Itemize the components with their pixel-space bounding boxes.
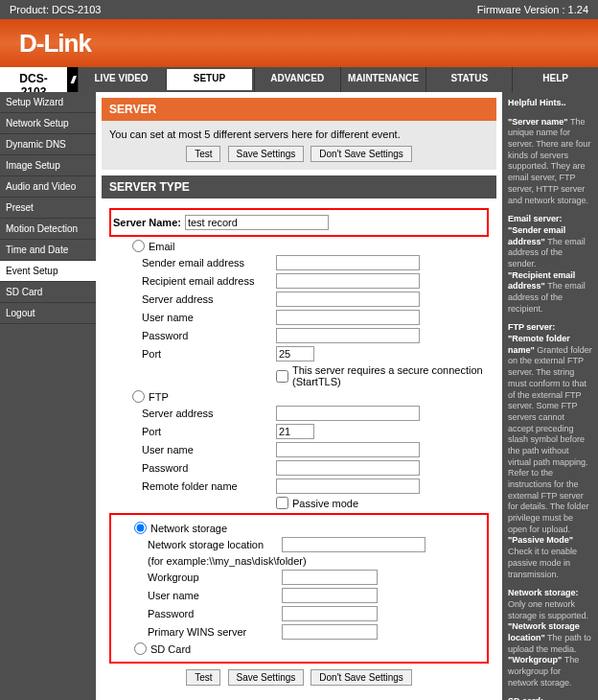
ns-location-input[interactable] bbox=[282, 537, 426, 552]
recipient-email-label: Recipient email address bbox=[142, 275, 276, 287]
ftp-folder-input[interactable] bbox=[276, 478, 420, 494]
dont-save-button-bottom[interactable]: Don't Save Settings bbox=[310, 669, 412, 686]
sd-card-radio[interactable] bbox=[134, 642, 147, 655]
ftp-port-input[interactable] bbox=[276, 424, 314, 439]
logo: D-Link bbox=[19, 29, 91, 58]
sidebar-sd-card[interactable]: SD Card bbox=[0, 282, 96, 303]
ftp-server-label: Server address bbox=[142, 408, 276, 419]
sidebar-setup-wizard[interactable]: Setup Wizard bbox=[0, 92, 96, 113]
product-tab: DCS-2103 bbox=[0, 67, 67, 92]
server-note-box: You can set at most 5 different servers … bbox=[102, 121, 496, 170]
server-type-form: Server Name: Email Sender email address … bbox=[102, 198, 496, 693]
nav-help[interactable]: HELP bbox=[512, 67, 598, 92]
recipient-email-input[interactable] bbox=[276, 273, 420, 289]
main-content: SERVER You can set at most 5 different s… bbox=[96, 92, 502, 700]
nav-maintenance[interactable]: MAINTENANCE bbox=[340, 67, 426, 92]
ftp-pass-label: Password bbox=[142, 462, 276, 474]
sidebar-logout[interactable]: Logout bbox=[0, 303, 96, 324]
network-storage-highlight: Network storage Network storage location… bbox=[109, 513, 489, 664]
ns-workgroup-input[interactable] bbox=[282, 570, 378, 585]
save-button-bottom[interactable]: Save Settings bbox=[228, 669, 305, 686]
email-server-label: Server address bbox=[142, 293, 276, 305]
topbar: Product: DCS-2103 Firmware Version : 1.2… bbox=[0, 0, 598, 19]
sender-email-label: Sender email address bbox=[142, 257, 276, 268]
ns-location-label: Network storage location bbox=[148, 539, 282, 550]
ftp-user-input[interactable] bbox=[276, 442, 420, 457]
sidebar-image-setup[interactable]: Image Setup bbox=[0, 155, 96, 176]
sidebar-network-setup[interactable]: Network Setup bbox=[0, 113, 96, 134]
ftp-port-label: Port bbox=[142, 426, 276, 437]
network-storage-radio[interactable] bbox=[134, 522, 147, 534]
server-name-input[interactable] bbox=[185, 215, 329, 230]
email-user-input[interactable] bbox=[276, 310, 420, 325]
ns-pass-label: Password bbox=[148, 608, 282, 619]
ftp-label: FTP bbox=[149, 391, 169, 403]
starttls-checkbox[interactable] bbox=[276, 370, 288, 383]
passive-checkbox[interactable] bbox=[276, 497, 288, 509]
email-pass-label: Password bbox=[142, 330, 276, 341]
sidebar: Setup Wizard Network Setup Dynamic DNS I… bbox=[0, 92, 96, 700]
network-storage-label: Network storage bbox=[150, 523, 227, 534]
ns-user-input[interactable] bbox=[282, 588, 378, 603]
ftp-server-input[interactable] bbox=[276, 406, 420, 421]
ns-wins-label: Primary WINS server bbox=[148, 626, 282, 638]
ns-wins-input[interactable] bbox=[282, 624, 378, 640]
firmware-label: Firmware Version : 1.24 bbox=[477, 4, 588, 15]
helpful-hints: Helpful Hints.. "Server name" The unique… bbox=[502, 92, 598, 700]
sidebar-dynamic-dns[interactable]: Dynamic DNS bbox=[0, 134, 96, 155]
server-note-text: You can set at most 5 different servers … bbox=[109, 128, 489, 140]
product-label: Product: DCS-2103 bbox=[10, 4, 101, 15]
save-button-top[interactable]: Save Settings bbox=[228, 146, 305, 162]
nav-setup[interactable]: SETUP bbox=[166, 69, 252, 90]
email-port-label: Port bbox=[142, 348, 276, 360]
ftp-folder-label: Remote folder name bbox=[142, 480, 276, 492]
test-button-bottom[interactable]: Test bbox=[186, 669, 220, 686]
sd-card-label: SD Card bbox=[150, 643, 191, 655]
server-name-highlight: Server Name: bbox=[109, 208, 489, 237]
sidebar-event-setup[interactable]: Event Setup bbox=[0, 261, 96, 282]
ftp-user-label: User name bbox=[142, 444, 276, 455]
nav-row: DCS-2103 /// LIVE VIDEO SETUP ADVANCED M… bbox=[0, 67, 598, 92]
starttls-label: This server requires a secure connection… bbox=[292, 364, 489, 387]
email-server-input[interactable] bbox=[276, 292, 420, 307]
email-pass-input[interactable] bbox=[276, 328, 420, 343]
hints-title: Helpful Hints.. bbox=[508, 98, 566, 107]
email-port-input[interactable] bbox=[276, 346, 314, 362]
ftp-radio[interactable] bbox=[132, 390, 145, 403]
header: D-Link bbox=[0, 19, 598, 67]
ns-user-label: User name bbox=[148, 590, 282, 601]
server-section-title: SERVER bbox=[102, 98, 496, 121]
ftp-pass-input[interactable] bbox=[276, 460, 420, 476]
nav-advanced[interactable]: ADVANCED bbox=[254, 67, 340, 92]
ns-pass-input[interactable] bbox=[282, 606, 378, 621]
sender-email-input[interactable] bbox=[276, 255, 420, 270]
ns-location-example: (for example:\\my_nas\disk\folder) bbox=[148, 555, 307, 567]
slashes: /// bbox=[67, 67, 78, 92]
email-label: Email bbox=[149, 241, 175, 252]
sidebar-audio-video[interactable]: Audio and Video bbox=[0, 176, 96, 198]
email-user-label: User name bbox=[142, 312, 276, 323]
dont-save-button-top[interactable]: Don't Save Settings bbox=[310, 146, 412, 162]
test-button-top[interactable]: Test bbox=[186, 146, 220, 162]
email-radio[interactable] bbox=[132, 240, 145, 252]
passive-label: Passive mode bbox=[292, 498, 358, 509]
nav-live-video[interactable]: LIVE VIDEO bbox=[78, 67, 164, 92]
server-type-title: SERVER TYPE bbox=[102, 175, 496, 198]
ns-workgroup-label: Workgroup bbox=[148, 572, 282, 583]
nav-status[interactable]: STATUS bbox=[426, 67, 512, 92]
sidebar-preset[interactable]: Preset bbox=[0, 198, 96, 219]
sidebar-motion-detection[interactable]: Motion Detection bbox=[0, 219, 96, 240]
server-name-label: Server Name: bbox=[113, 217, 181, 228]
sidebar-time-date[interactable]: Time and Date bbox=[0, 240, 96, 261]
